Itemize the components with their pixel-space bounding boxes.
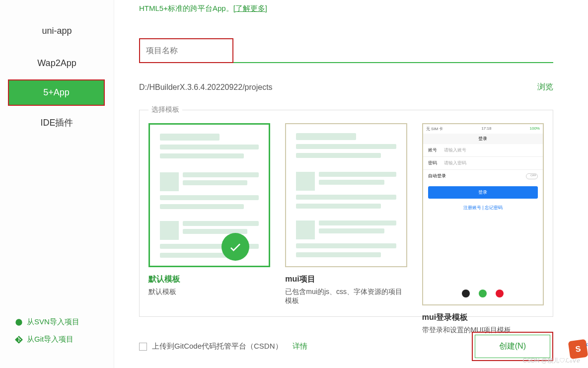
sidebar-item-uniapp[interactable]: uni-app xyxy=(0,15,114,47)
template-mui-login-preview: 无 SIM 卡 17:18 100% 登录 账号请输入账号 密码请输入密码 自动… xyxy=(422,123,544,305)
name-underline xyxy=(233,62,553,63)
template-default-preview xyxy=(148,123,270,267)
upload-gitcode-checkbox[interactable] xyxy=(139,343,147,351)
template-mui-title: mui项目 xyxy=(285,274,407,285)
template-legend: 选择模板 xyxy=(148,105,182,114)
import-svn-link[interactable]: 从SVN导入项目 xyxy=(15,313,104,331)
upload-gitcode-label: 上传到GitCode代码托管平台（CSDN） xyxy=(152,342,283,351)
project-name-input[interactable] xyxy=(139,38,233,63)
template-default[interactable]: 默认模板 默认模板 xyxy=(148,123,270,305)
detail-link[interactable]: 详情 xyxy=(293,342,307,351)
template-mui-login-title: mui登录模板 xyxy=(422,312,544,323)
weibo-icon xyxy=(496,290,504,297)
create-button[interactable]: 创建(N) xyxy=(475,335,550,358)
description: HTML5+标准的跨平台App。[了解更多] xyxy=(139,4,553,13)
import-git-link[interactable]: 从Git导入项目 xyxy=(15,331,104,348)
selected-check-icon xyxy=(221,233,249,261)
main-panel: HTML5+标准的跨平台App。[了解更多] D:/HBuilderX.3.6.… xyxy=(114,0,588,368)
template-mui-desc: 已包含mui的js、css、字体资源的项目模板 xyxy=(285,288,407,305)
git-icon xyxy=(15,336,23,344)
import-svn-label: 从SVN导入项目 xyxy=(27,317,79,327)
template-default-title: 默认模板 xyxy=(148,274,270,285)
qq-icon xyxy=(462,290,470,297)
download-icon xyxy=(15,318,23,326)
wechat-icon xyxy=(479,290,487,297)
browse-button[interactable]: 浏览 xyxy=(537,82,553,92)
import-git-label: 从Git导入项目 xyxy=(27,335,74,344)
ime-label: 中 xyxy=(586,341,588,350)
learn-more-link[interactable]: [了解更多] xyxy=(233,4,267,12)
sogou-icon: S xyxy=(568,339,588,360)
sidebar-item-wap2app[interactable]: Wap2App xyxy=(0,47,114,79)
project-path: D:/HBuilderX.3.6.4.20220922/projects xyxy=(139,83,273,92)
sidebar-item-5app[interactable]: 5+App xyxy=(8,79,105,106)
sidebar-item-ide-plugin[interactable]: IDE插件 xyxy=(0,106,114,140)
template-default-desc: 默认模板 xyxy=(148,288,270,296)
sidebar: uni-app Wap2App 5+App IDE插件 从SVN导入项目 从Gi… xyxy=(0,0,114,368)
template-mui-preview xyxy=(285,123,407,267)
template-mui-login[interactable]: 无 SIM 卡 17:18 100% 登录 账号请输入账号 密码请输入密码 自动… xyxy=(422,123,544,305)
template-fieldset: 选择模板 xyxy=(139,105,553,317)
template-mui[interactable]: mui项目 已包含mui的js、css、字体资源的项目模板 xyxy=(285,123,407,305)
